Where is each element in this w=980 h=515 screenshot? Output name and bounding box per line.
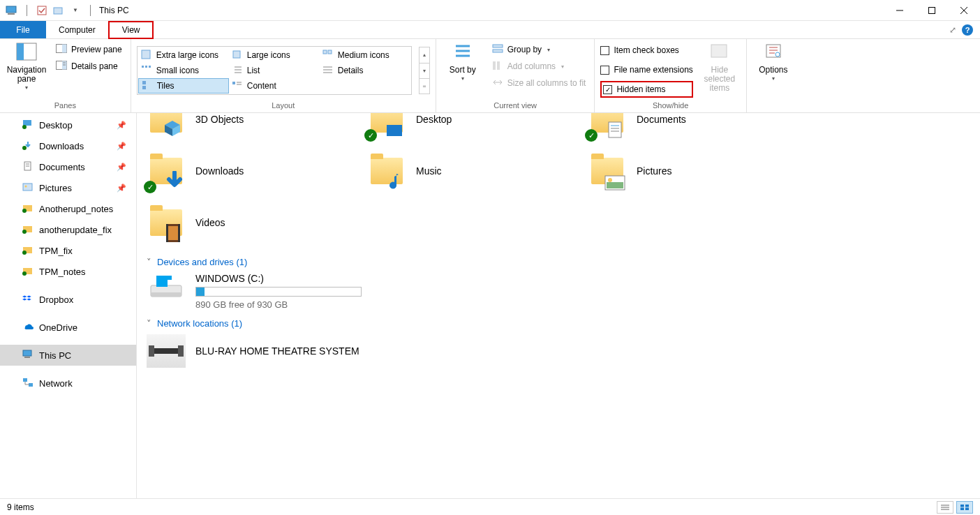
layout-gallery[interactable]: Extra large icons Large icons Medium ico… <box>137 46 412 95</box>
folder-desktop[interactable]: ✓ Desktop <box>367 113 588 145</box>
layout-tiles[interactable]: Tiles <box>138 78 229 94</box>
layout-extra-large[interactable]: Extra large icons <box>138 47 229 63</box>
nav-folder-4[interactable]: TPM_notes <box>0 261 136 282</box>
folder-music[interactable]: Music <box>367 145 588 197</box>
nav-onedrive[interactable]: OneDrive <box>0 317 136 338</box>
svg-point-51 <box>25 186 27 188</box>
folder-videos[interactable]: Videos <box>147 197 367 248</box>
nav-desktop[interactable]: Desktop📌 <box>0 114 136 135</box>
svg-rect-19 <box>328 50 332 54</box>
downloads-icon <box>22 140 34 151</box>
minimize-button[interactable] <box>884 0 916 21</box>
layout-content[interactable]: Content <box>229 78 320 94</box>
ribbon-view: Navigation pane ▾ Preview pane Details p… <box>0 39 980 113</box>
svg-rect-41 <box>711 45 727 57</box>
nav-network[interactable]: Network <box>0 373 136 394</box>
nav-folder-3[interactable]: TPM_fix <box>0 240 136 261</box>
nav-this-pc[interactable]: This PC <box>0 345 136 366</box>
layout-gallery-scroller[interactable]: ▴▾＝ <box>419 47 430 94</box>
navigation-tree[interactable]: Desktop📌 Downloads📌 Documents📌 Pictures📌… <box>0 113 137 498</box>
nav-dropbox[interactable]: Dropbox <box>0 289 136 310</box>
navigation-pane-button[interactable]: Navigation pane ▾ <box>6 42 47 91</box>
close-button[interactable] <box>948 0 980 21</box>
nav-folder-1[interactable]: Anotherupd_notes <box>0 198 136 219</box>
details-pane-button[interactable]: Details pane <box>53 59 125 74</box>
layout-details[interactable]: Details <box>320 63 410 78</box>
folder-sync-icon <box>22 266 34 277</box>
ribbon-tab-strip: File Computer View ⤢ ? <box>0 21 980 39</box>
section-network-locations[interactable]: ˅ Network locations (1) <box>147 318 970 329</box>
tab-computer[interactable]: Computer <box>46 21 108 38</box>
svg-rect-9 <box>17 43 24 60</box>
ribbon-group-current-view: Sort by▾ Group by▾ Add columns▾ Size all… <box>436 39 595 112</box>
size-columns-icon <box>492 77 503 89</box>
svg-rect-37 <box>493 45 503 47</box>
svg-rect-17 <box>233 51 240 58</box>
nav-downloads[interactable]: Downloads📌 <box>0 135 136 156</box>
folder-documents[interactable]: ✓ Documents <box>588 113 808 145</box>
view-details-button[interactable] <box>937 501 953 514</box>
layout-medium[interactable]: Medium icons <box>320 47 410 63</box>
qat-dropdown-icon[interactable]: ▼ <box>69 4 82 17</box>
nav-pictures[interactable]: Pictures📌 <box>0 177 136 198</box>
tab-file[interactable]: File <box>0 21 46 38</box>
svg-rect-62 <box>23 378 27 382</box>
layout-small[interactable]: Small icons <box>138 63 229 78</box>
svg-rect-31 <box>232 82 235 84</box>
item-check-boxes-toggle[interactable]: Item check boxes <box>600 42 692 59</box>
svg-rect-76 <box>168 226 178 240</box>
svg-rect-61 <box>24 357 30 358</box>
ribbon-group-panes: Navigation pane ▾ Preview pane Details p… <box>0 39 131 112</box>
nav-folder-2[interactable]: anotherupdate_fix <box>0 219 136 240</box>
svg-rect-84 <box>149 345 154 357</box>
content-area[interactable]: 3D Objects ✓ Desktop ✓ Documents <box>137 113 980 498</box>
section-devices[interactable]: ˅ Devices and drives (1) <box>147 257 970 267</box>
sync-check-icon: ✓ <box>144 181 156 193</box>
svg-rect-60 <box>23 350 31 356</box>
layout-list[interactable]: List <box>229 63 320 78</box>
svg-rect-83 <box>151 348 181 354</box>
drive-name: WINDOWS (C:) <box>195 273 362 284</box>
hidden-items-toggle[interactable]: ✓Hidden items <box>600 81 692 98</box>
svg-point-74 <box>608 178 612 182</box>
tab-view[interactable]: View <box>108 21 154 39</box>
options-button[interactable]: Options▾ <box>752 42 794 82</box>
svg-rect-42 <box>766 45 780 57</box>
ribbon-group-options: Options▾ <box>747 39 800 112</box>
folder-3d-objects[interactable]: 3D Objects <box>147 113 367 145</box>
sync-check-icon: ✓ <box>585 129 597 142</box>
new-folder-icon[interactable] <box>52 4 65 17</box>
layout-large[interactable]: Large icons <box>229 47 320 63</box>
nav-documents[interactable]: Documents📌 <box>0 156 136 177</box>
network-location-item[interactable]: BLU-RAY HOME THEATRE SYSTEM <box>147 334 970 368</box>
preview-pane-button[interactable]: Preview pane <box>53 42 125 57</box>
folder-sync-icon <box>22 245 34 256</box>
documents-icon <box>22 161 34 172</box>
view-tiles-button[interactable] <box>956 501 973 514</box>
title-bar: ▼ This PC <box>0 0 980 21</box>
maximize-button[interactable] <box>916 0 948 21</box>
svg-rect-18 <box>323 50 327 54</box>
svg-rect-5 <box>929 7 935 13</box>
svg-rect-40 <box>497 61 500 70</box>
pin-icon: 📌 <box>117 142 126 151</box>
sort-by-button[interactable]: Sort by▾ <box>442 42 484 82</box>
folder-downloads[interactable]: ✓ Downloads <box>147 145 367 197</box>
svg-point-45 <box>22 125 27 129</box>
group-by-button[interactable]: Group by▾ <box>489 42 589 57</box>
help-icon[interactable]: ? <box>962 24 973 36</box>
properties-icon[interactable] <box>36 4 48 17</box>
svg-rect-11 <box>62 45 67 53</box>
sync-check-icon: ✓ <box>364 129 377 142</box>
minimize-ribbon-icon[interactable]: ⤢ <box>949 25 956 35</box>
svg-rect-68 <box>609 122 621 137</box>
svg-rect-29 <box>142 81 146 84</box>
window-title: This PC <box>99 6 129 15</box>
svg-rect-22 <box>149 66 151 68</box>
svg-rect-77 <box>166 224 168 242</box>
add-columns-icon <box>492 61 503 72</box>
navigation-pane-icon <box>15 42 38 64</box>
file-name-extensions-toggle[interactable]: File name extensions <box>600 61 692 78</box>
folder-pictures[interactable]: Pictures <box>588 145 808 197</box>
drive-c[interactable]: WINDOWS (C:) 890 GB free of 930 GB <box>147 273 367 310</box>
